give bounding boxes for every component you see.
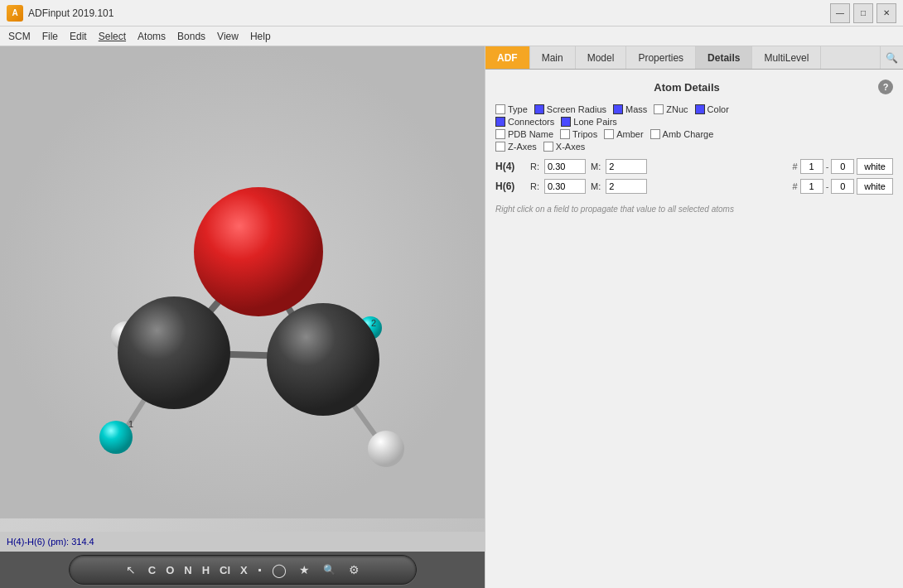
type-checkbox-row: Type: [495, 104, 528, 114]
main-layout: 1 2 H(4)-H(6) (pm): 314.4: [0, 46, 903, 588]
xaxes-label: X-Axes: [556, 142, 585, 152]
app-icon: A: [7, 5, 23, 22]
close-button[interactable]: ✕: [876, 3, 896, 23]
atom-h4-color-button[interactable]: white: [857, 158, 893, 175]
znuc-checkbox[interactable]: [654, 104, 664, 114]
carbon-tool[interactable]: C: [147, 564, 157, 576]
screenradius-checkbox[interactable]: [534, 104, 544, 114]
atom-h4-label: H(4): [495, 161, 525, 172]
atom-h6-n2-input[interactable]: [831, 179, 854, 194]
screenradius-checkbox-row: Screen Radius: [534, 104, 606, 114]
svg-point-15: [267, 303, 379, 416]
mass-checkbox[interactable]: [613, 104, 623, 114]
atom-h4-m-label: M:: [591, 161, 601, 171]
atom-h6-hash: #: [793, 181, 798, 191]
menu-scm[interactable]: SCM: [3, 29, 36, 44]
color-checkbox[interactable]: [695, 104, 705, 114]
atom-h4-hash: #: [793, 161, 798, 171]
nitrogen-tool[interactable]: N: [183, 564, 192, 576]
menu-atoms[interactable]: Atoms: [133, 29, 171, 44]
window-controls: — □ ✕: [830, 3, 896, 23]
atom-h4-dash: -: [826, 161, 829, 171]
minimize-button[interactable]: —: [830, 3, 850, 23]
amber-label: Amber: [616, 129, 643, 139]
maximize-button[interactable]: □: [853, 3, 873, 23]
tab-adf[interactable]: ADF: [485, 46, 530, 69]
zaxes-checkbox[interactable]: [495, 142, 505, 152]
atom-h4-n1-input[interactable]: [800, 159, 823, 174]
amber-checkbox[interactable]: [604, 129, 614, 139]
molecule-view[interactable]: 1 2: [0, 46, 485, 532]
tab-multilevel[interactable]: MultiLevel: [752, 46, 821, 69]
xaxes-checkbox[interactable]: [543, 142, 553, 152]
menu-help[interactable]: Help: [245, 29, 276, 44]
menu-select[interactable]: Select: [94, 29, 131, 44]
atom-h4-m-input[interactable]: [606, 159, 647, 174]
bottom-toolbar: ↖ C O N H Cl X · ◯ ★ 🔍 ⚙: [0, 552, 485, 588]
mass-checkbox-row: Mass: [613, 104, 647, 114]
type-checkbox[interactable]: [495, 104, 505, 114]
settings-tool-icon[interactable]: ⚙: [345, 563, 362, 576]
atom-h6-m-input[interactable]: [606, 179, 647, 194]
tab-bar: ADF Main Model Properties Details MultiL…: [485, 46, 903, 70]
ambcharge-checkbox-row: Amb Charge: [650, 129, 714, 139]
tripos-checkbox[interactable]: [560, 129, 570, 139]
svg-point-14: [118, 296, 230, 409]
lonepairs-label: Lone Pairs: [573, 117, 617, 127]
lonepairs-checkbox-row: Lone Pairs: [561, 117, 617, 127]
atom-h4-r-label: R:: [530, 161, 539, 171]
lonepairs-checkbox[interactable]: [561, 117, 571, 127]
mass-label: Mass: [625, 104, 647, 114]
titlebar-left: A ADFinput 2019.101: [7, 5, 113, 22]
amber-checkbox-row: Amber: [604, 129, 643, 139]
tab-main[interactable]: Main: [530, 46, 576, 69]
app-icon-label: A: [12, 8, 17, 17]
atom-h6-label: H(6): [495, 181, 525, 192]
tab-details[interactable]: Details: [696, 46, 752, 69]
menu-edit[interactable]: Edit: [65, 29, 92, 44]
atom-h6-num-control: # - white: [793, 178, 893, 195]
dot-tool[interactable]: ·: [257, 561, 263, 580]
tip-text: Right click on a field to propagate that…: [495, 205, 893, 214]
svg-point-16: [194, 187, 323, 316]
atom-h6-r-input[interactable]: [544, 179, 586, 194]
search-tool-icon[interactable]: 🔍: [321, 564, 337, 576]
help-button[interactable]: ?: [878, 80, 893, 94]
app-title: ADFinput 2019.101: [28, 7, 113, 19]
zaxes-label: Z-Axes: [508, 142, 537, 152]
atom-h6-color-button[interactable]: white: [857, 178, 893, 195]
atom-h4-r-input[interactable]: [544, 159, 586, 174]
left-panel: 1 2 H(4)-H(6) (pm): 314.4: [0, 46, 485, 588]
atom-row-h4: H(4) R: M: # - white: [495, 158, 893, 175]
menu-file[interactable]: File: [37, 29, 63, 44]
tab-properties[interactable]: Properties: [626, 46, 696, 69]
color-checkbox-row: Color: [695, 104, 729, 114]
color-label: Color: [707, 104, 729, 114]
cursor-tool-icon[interactable]: ↖: [123, 563, 139, 576]
atom-h4-n2-input[interactable]: [831, 159, 854, 174]
pdbname-label: PDB Name: [508, 129, 553, 139]
connectors-checkbox[interactable]: [495, 117, 505, 127]
menu-bonds[interactable]: Bonds: [172, 29, 210, 44]
pdbname-checkbox-row: PDB Name: [495, 129, 553, 139]
chlorine-tool[interactable]: Cl: [219, 564, 231, 576]
svg-point-9: [99, 421, 133, 454]
x-tool[interactable]: X: [239, 564, 249, 576]
ambcharge-checkbox[interactable]: [650, 129, 660, 139]
menu-view[interactable]: View: [212, 29, 244, 44]
search-button[interactable]: 🔍: [880, 46, 903, 69]
right-panel: ADF Main Model Properties Details MultiL…: [485, 46, 903, 588]
tripos-checkbox-row: Tripos: [560, 129, 597, 139]
title-bar: A ADFinput 2019.101 — □ ✕: [0, 0, 903, 27]
star-tool-icon[interactable]: ★: [296, 563, 312, 576]
atom-h6-n1-input[interactable]: [800, 179, 823, 194]
section-title-label: Atom Details: [654, 81, 719, 94]
tab-model[interactable]: Model: [576, 46, 627, 69]
status-text: H(4)-H(6) (pm): 314.4: [7, 537, 94, 547]
pdbname-checkbox[interactable]: [495, 129, 505, 139]
hydrogen-tool[interactable]: H: [201, 564, 210, 576]
svg-point-13: [368, 431, 404, 467]
ring-tool-icon[interactable]: ◯: [271, 562, 287, 578]
tripos-label: Tripos: [572, 129, 597, 139]
oxygen-tool[interactable]: O: [165, 564, 175, 576]
